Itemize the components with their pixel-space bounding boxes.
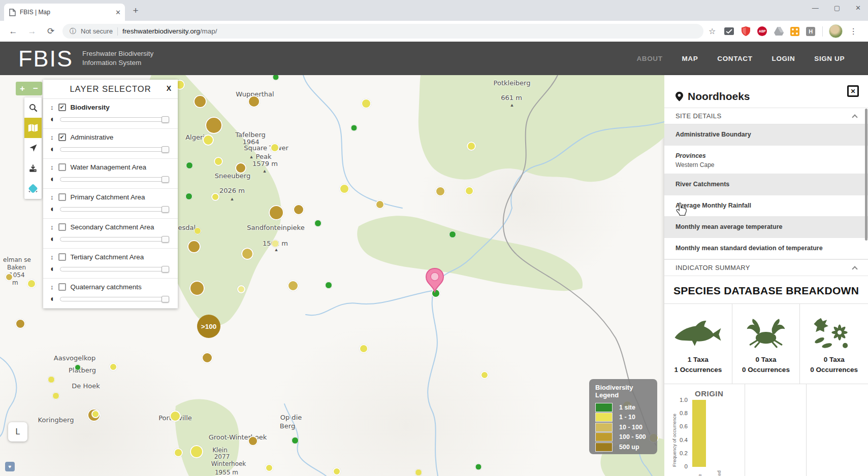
opacity-slider[interactable]	[60, 267, 169, 271]
inbox-extension-icon[interactable]	[724, 26, 734, 37]
opacity-slider-handle[interactable]	[162, 176, 169, 183]
opacity-slider-handle[interactable]	[162, 266, 169, 273]
nav-map[interactable]: MAP	[682, 55, 698, 62]
site-dot-gold[interactable]	[235, 162, 246, 174]
site-dot-yellow[interactable]	[214, 157, 223, 166]
sidebar-scrollbar[interactable]	[865, 109, 867, 241]
opacity-slider-handle[interactable]	[162, 146, 169, 153]
map-canvas[interactable]: WupperthalPotkleiberg661 mAlgeriaTafelbe…	[0, 75, 664, 476]
site-dot-tan[interactable]	[375, 200, 384, 209]
site-dot-green[interactable]	[292, 437, 299, 444]
layer-selector-button[interactable]	[24, 118, 42, 138]
site-dot-yellow[interactable]	[194, 227, 201, 234]
site-dot-yellow[interactable]	[339, 184, 349, 194]
h-extension-icon[interactable]: H	[806, 27, 815, 36]
layer-checkbox[interactable]: ✔	[58, 133, 66, 141]
orange-extension-icon[interactable]	[790, 27, 799, 36]
browser-menu-icon[interactable]: ⋮	[849, 26, 857, 36]
profile-avatar[interactable]	[829, 24, 843, 38]
layer-drag-icon[interactable]: ↕	[50, 193, 54, 201]
site-detail-row[interactable]: ProvincesWestern Cape	[664, 146, 868, 174]
site-dot-yellow[interactable]	[415, 469, 422, 476]
nav-signup[interactable]: SIGN UP	[814, 55, 845, 62]
site-dot-gold[interactable]	[187, 240, 201, 253]
site-dot-green[interactable]	[325, 282, 332, 289]
site-detail-row[interactable]: Monthly mean standard deviation of tempe…	[664, 238, 868, 259]
site-cluster-marker[interactable]: >100	[197, 315, 220, 338]
layer-drag-icon[interactable]: ↕	[50, 283, 54, 291]
search-button[interactable]	[24, 97, 42, 118]
bookmark-star-icon[interactable]: ☆	[709, 26, 716, 36]
site-dot-yellow[interactable]	[465, 186, 474, 195]
site-dot-yellow[interactable]	[467, 142, 476, 151]
basemap-button[interactable]	[24, 179, 42, 199]
site-dot-yellow[interactable]	[91, 410, 100, 418]
opacity-slider[interactable]	[60, 147, 169, 152]
new-tab-button[interactable]: +	[129, 4, 142, 17]
heart-icon[interactable]: ♥	[5, 462, 15, 471]
site-dot-gold[interactable]	[248, 436, 258, 446]
site-details-section-header[interactable]: SITE DETAILS	[664, 108, 868, 124]
address-bar[interactable]: ⓘ Not secure freshwaterbiodiversity.org/…	[62, 24, 703, 39]
opacity-slider[interactable]	[60, 207, 169, 212]
sidebar-close-icon[interactable]: ✕	[847, 85, 859, 97]
opacity-slider-handle[interactable]	[162, 206, 169, 213]
window-close-icon[interactable]: ✕	[855, 4, 861, 12]
layer-checkbox[interactable]: ✔	[58, 104, 66, 111]
opacity-slider[interactable]	[60, 297, 169, 301]
site-dot-yellow[interactable]	[109, 363, 117, 371]
site-dot-tan[interactable]	[5, 273, 13, 281]
download-button[interactable]	[24, 158, 42, 179]
site-dot-yellow[interactable]	[48, 376, 55, 383]
opacity-slider[interactable]	[60, 237, 169, 242]
minimize-icon[interactable]: —	[812, 4, 819, 12]
zoom-out-button[interactable]: −	[29, 82, 42, 95]
site-dot-gold[interactable]	[202, 352, 213, 363]
site-dot-yellow[interactable]	[170, 411, 181, 422]
indicator-summary-section-header[interactable]: INDICATOR SUMMARY	[664, 259, 868, 276]
site-dot-yellow[interactable]	[174, 448, 183, 457]
layer-drag-icon[interactable]: ↕	[50, 253, 54, 261]
site-dot-gold[interactable]	[205, 117, 222, 134]
site-dot-green[interactable]	[351, 125, 358, 131]
site-dot-yellow[interactable]	[361, 98, 371, 109]
tab-close-icon[interactable]: ✕	[115, 9, 121, 16]
site-dot-green[interactable]	[185, 193, 192, 200]
layer-checkbox[interactable]	[58, 253, 66, 261]
site-dot-green[interactable]	[449, 231, 456, 238]
site-dot-pale[interactable]	[237, 285, 245, 293]
locate-button[interactable]	[24, 138, 42, 158]
opacity-slider-handle[interactable]	[162, 236, 169, 243]
back-icon[interactable]: ←	[8, 26, 19, 37]
url-text[interactable]: freshwaterbiodiversity.org/map/	[122, 27, 217, 35]
selected-site-pin-icon[interactable]	[425, 267, 445, 293]
site-dot-gold[interactable]	[293, 204, 304, 215]
maximize-icon[interactable]: ▢	[834, 4, 840, 12]
opacity-slider-handle[interactable]	[162, 296, 169, 302]
site-dot-yellow[interactable]	[203, 134, 214, 146]
site-dot-gold[interactable]	[15, 319, 25, 329]
shield-extension-icon[interactable]	[741, 26, 751, 37]
site-dot-green[interactable]	[186, 162, 193, 169]
opacity-slider-handle[interactable]	[162, 116, 169, 123]
site-dot-yellow[interactable]	[270, 143, 279, 152]
site-detail-row[interactable]: Average Monthly Rainfall	[664, 195, 868, 217]
site-detail-row[interactable]: River Catchments	[664, 174, 868, 195]
site-dot-yellow[interactable]	[190, 445, 203, 458]
layer-drag-icon[interactable]: ↕	[50, 223, 54, 231]
browser-tab[interactable]: FBIS | Map ✕	[4, 4, 125, 21]
site-dot-yellow[interactable]	[480, 371, 489, 379]
nav-about[interactable]: ABOUT	[637, 55, 663, 62]
opacity-slider[interactable]	[60, 117, 169, 122]
site-detail-row[interactable]: Monthly mean average temperature	[664, 217, 868, 238]
site-dot-pale[interactable]	[272, 240, 279, 248]
forward-icon[interactable]: →	[26, 26, 38, 37]
site-dot-yellow[interactable]	[359, 344, 368, 353]
site-dot-green[interactable]	[75, 364, 81, 370]
site-dot-gold[interactable]	[248, 95, 260, 108]
site-dot-tan[interactable]	[241, 248, 253, 260]
layer-drag-icon[interactable]: ↕	[50, 163, 54, 171]
site-dot-yellow[interactable]	[211, 193, 219, 201]
opacity-slider[interactable]	[60, 177, 169, 182]
layer-checkbox[interactable]	[58, 193, 66, 201]
